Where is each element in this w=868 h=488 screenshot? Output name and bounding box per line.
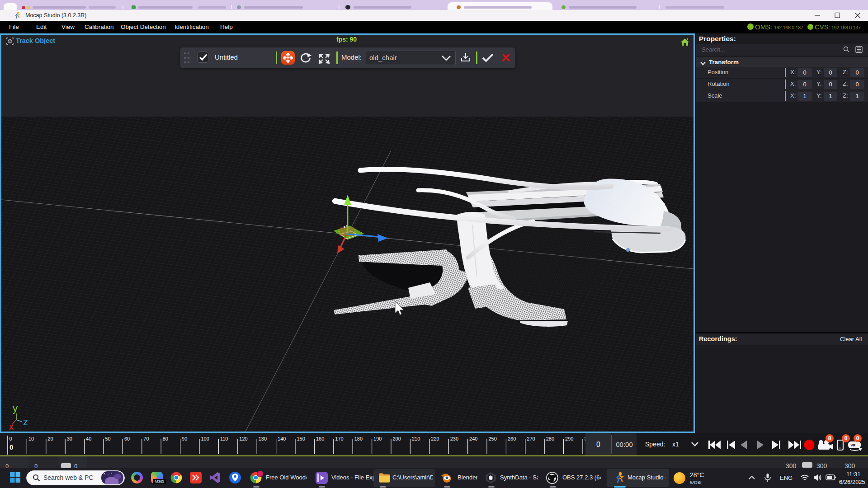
svg-text:140: 140 <box>278 436 286 441</box>
svg-text:50: 50 <box>105 436 111 441</box>
svg-text:130: 130 <box>259 436 267 441</box>
svg-text:220: 220 <box>431 436 439 441</box>
svg-text:120: 120 <box>239 436 247 441</box>
svg-text:z: z <box>23 416 28 427</box>
svg-text:80: 80 <box>163 436 168 441</box>
svg-text:0: 0 <box>9 436 12 441</box>
svg-text:VR: VR <box>851 443 856 447</box>
svg-text:240: 240 <box>469 436 477 441</box>
svg-text:0: 0 <box>9 443 13 451</box>
svg-text:10: 10 <box>28 436 34 441</box>
svg-text:90: 90 <box>182 436 187 441</box>
svg-text:180: 180 <box>354 436 363 441</box>
svg-text:y: y <box>13 404 18 414</box>
svg-text:270: 270 <box>527 436 535 441</box>
svg-text:100: 100 <box>201 436 209 441</box>
svg-text:60: 60 <box>124 436 130 441</box>
svg-text:290: 290 <box>565 436 573 441</box>
svg-text:40: 40 <box>86 436 91 441</box>
svg-text:250: 250 <box>489 436 497 441</box>
svg-text:200: 200 <box>393 436 401 441</box>
svg-text:x: x <box>9 422 14 430</box>
svg-text:160: 160 <box>316 436 324 441</box>
svg-text:280: 280 <box>546 436 554 441</box>
svg-text:70: 70 <box>143 436 149 441</box>
svg-text:210: 210 <box>412 436 420 441</box>
svg-text:110: 110 <box>220 436 228 441</box>
svg-text:260: 260 <box>508 436 516 441</box>
svg-text:170: 170 <box>335 436 343 441</box>
svg-text:230: 230 <box>450 436 458 441</box>
svg-text:20: 20 <box>47 436 53 441</box>
svg-text:150: 150 <box>297 436 305 441</box>
svg-text:190: 190 <box>373 436 382 441</box>
svg-text:30: 30 <box>67 436 72 441</box>
